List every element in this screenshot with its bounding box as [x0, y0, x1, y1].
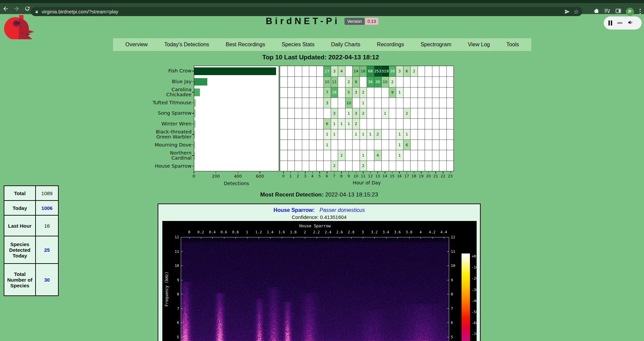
stats-row: Species Detected Today25 — [4, 236, 58, 264]
colorbar-tick-label: -10 — [472, 265, 485, 270]
media-controls-icon[interactable] — [604, 8, 611, 15]
freq-tick-left — [181, 237, 183, 237]
audio-player[interactable] — [604, 16, 642, 30]
detection-common-name[interactable]: House Sparrow: — [273, 207, 315, 213]
heatmap-cell — [403, 87, 411, 98]
extensions-icon[interactable] — [593, 8, 599, 15]
species-tick — [192, 92, 194, 93]
time-tick — [212, 237, 213, 239]
time-tick — [409, 237, 410, 239]
address-bar[interactable]: virginia.birdnetpi.com/?stream=play ☆ — [31, 7, 582, 16]
heatmap-cell: 7 — [323, 87, 331, 98]
heatmap-cell — [352, 150, 360, 160]
heatmap-cell: 2 — [338, 150, 345, 160]
stats-value[interactable]: 25 — [36, 236, 58, 264]
volume-icon[interactable] — [628, 19, 634, 27]
heatmap-cell — [287, 161, 295, 171]
heatmap-cell: 319 — [381, 66, 389, 76]
heatmap-cell: 1 — [396, 87, 403, 98]
heatmap-cell — [418, 129, 425, 139]
heatmap-cell — [381, 129, 389, 139]
share-icon[interactable] — [564, 9, 570, 15]
back-icon[interactable] — [1, 4, 11, 13]
seek-bar[interactable] — [617, 22, 623, 24]
freq-tick-label-left: 12 — [169, 235, 179, 239]
time-tick-label: 3.8 — [404, 230, 415, 234]
nav-item-spectrogram[interactable]: Spectrogram — [421, 42, 451, 48]
nav-item-today-s-detections[interactable]: Today's Detections — [164, 42, 209, 48]
stats-label: Last Hour — [4, 215, 36, 236]
heatmap-cell — [352, 161, 360, 171]
heatmap-cell — [374, 108, 381, 118]
nav-item-best-recordings[interactable]: Best Recordings — [226, 42, 265, 48]
nav-item-recordings[interactable]: Recordings — [377, 42, 404, 48]
heatmap-cell — [316, 161, 324, 171]
heatmap-cell — [381, 150, 389, 160]
freq-tick-label-right: 11 — [451, 249, 461, 254]
heatmap-cell: 2 — [403, 108, 411, 118]
colorbar-tick-label: +0 — [472, 254, 485, 259]
pause-icon[interactable] — [608, 20, 612, 25]
freq-tick-label-left: 11 — [169, 249, 179, 254]
hour-axis-tick — [392, 172, 393, 173]
heatmap-cell — [338, 98, 345, 108]
heatmap-cell — [410, 150, 418, 160]
hour-axis-tick — [305, 172, 306, 173]
time-tick-label: 0.6 — [218, 230, 230, 234]
heatmap-cell: 1 — [331, 118, 338, 129]
heatmap-cell — [302, 150, 309, 160]
heatmap-cell — [345, 150, 353, 160]
nav-item-species-stats[interactable]: Species Stats — [282, 42, 315, 48]
heatmap-cell — [331, 139, 338, 150]
heatmap-cell — [403, 118, 411, 129]
heatmap-cell: 9 — [352, 76, 360, 87]
heatmap-cell — [287, 118, 295, 129]
bookmark-star-icon[interactable]: ☆ — [574, 9, 579, 15]
heatmap-cell: 2 — [360, 87, 367, 98]
hour-axis-number: 1 — [287, 174, 294, 178]
stats-value[interactable]: 1006 — [36, 201, 58, 215]
heatmap-cell — [439, 66, 446, 76]
nav-item-view-log[interactable]: View Log — [468, 42, 490, 48]
heatmap-cell: 6 — [403, 139, 411, 150]
side-panel-icon[interactable] — [615, 8, 622, 15]
heatmap-cell — [309, 76, 316, 87]
heatmap-cell: 1 — [396, 139, 403, 150]
hour-axis-number: 22 — [440, 174, 446, 178]
heatmap-cell — [294, 161, 302, 171]
time-tick-label: 2.4 — [322, 230, 334, 234]
nav-item-tools[interactable]: Tools — [506, 42, 519, 48]
heatmap-cell — [381, 161, 389, 171]
heatmap-cell — [374, 139, 381, 150]
species-tick — [192, 134, 194, 135]
forward-icon[interactable] — [11, 4, 21, 13]
stats-value[interactable]: 30 — [36, 264, 58, 296]
profile-avatar[interactable]: P — [626, 8, 634, 16]
stats-label: Species Detected Today — [4, 236, 36, 264]
heatmap-cell — [446, 118, 454, 129]
heatmap-cell — [294, 66, 302, 76]
menu-icon[interactable] — [638, 9, 642, 14]
heatmap-cell — [352, 139, 360, 150]
heatmap-cell — [446, 76, 454, 87]
spectrogram-ylabel: Frequency (kHz) — [164, 264, 169, 314]
heatmap-cell — [381, 87, 389, 98]
heatmap-cell — [367, 150, 374, 160]
hour-axis-number: 2 — [294, 174, 301, 178]
hour-axis-tick — [435, 172, 436, 173]
heatmap-cell — [287, 87, 295, 98]
hour-axis-number: 15 — [389, 174, 395, 178]
hour-axis-tick — [370, 172, 371, 173]
nav-item-overview[interactable]: Overview — [125, 42, 148, 48]
stats-value: 1089 — [36, 186, 58, 201]
heatmap-cell: 1 — [331, 129, 338, 139]
heatmap-cell — [309, 150, 316, 160]
spectrogram-panel: House Sparrow Frequency (kHz) 00.20.40.6… — [162, 221, 477, 341]
nav-item-daily-charts[interactable]: Daily Charts — [331, 42, 360, 48]
heatmap-cell: 6 — [323, 118, 331, 129]
heatmap-cell — [439, 139, 446, 150]
heatmap-cell — [439, 118, 446, 129]
browser-toolbar: virginia.birdnetpi.com/?stream=play ☆ P — [0, 3, 644, 14]
stats-label: Total — [4, 186, 36, 201]
heatmap-cell — [425, 129, 432, 139]
